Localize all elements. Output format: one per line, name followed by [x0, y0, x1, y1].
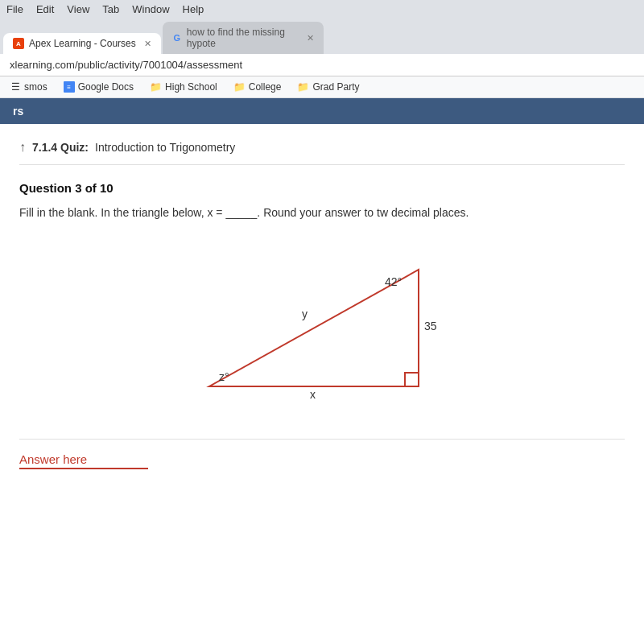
- docs-icon: ≡: [64, 81, 75, 93]
- browser-window: File Edit View Tab Window Help A Apex Le…: [0, 0, 644, 644]
- address-bar[interactable]: xlearning.com/public/activity/7001004/as…: [0, 54, 644, 76]
- bookmark-google-docs[interactable]: ≡ Google Docs: [60, 80, 137, 94]
- bookmark-grad-party[interactable]: 📁 Grad Party: [294, 80, 362, 94]
- apex-header-text: rs: [13, 105, 23, 118]
- menu-window[interactable]: Window: [132, 3, 169, 15]
- quiz-title: Introduction to Trigonometry: [95, 141, 235, 154]
- menu-file[interactable]: File: [6, 3, 23, 15]
- bookmark-smos-label: smos: [24, 81, 47, 93]
- quiz-area: ↑ 7.1.4 Quiz: Introduction to Trigonomet…: [0, 124, 644, 485]
- menu-help[interactable]: Help: [183, 3, 204, 15]
- bookmark-high-school[interactable]: 📁 High School: [147, 80, 221, 94]
- high-school-folder-icon: 📁: [150, 81, 162, 93]
- angle-top-label: 42°: [385, 275, 402, 288]
- college-folder-icon: 📁: [233, 81, 246, 93]
- answer-section: Answer here: [19, 439, 625, 469]
- question-text: Fill in the blank. In the triangle below…: [19, 204, 625, 221]
- address-text: xlearning.com/public/activity/7001004/as…: [10, 59, 242, 71]
- tab-apex[interactable]: A Apex Learning - Courses ✕: [3, 33, 161, 54]
- quiz-title-prefix: 7.1.4 Quiz:: [32, 141, 89, 154]
- bookmark-grad-party-label: Grad Party: [312, 81, 359, 93]
- side-bottom-label: x: [310, 388, 316, 401]
- tab-apex-label: Apex Learning - Courses: [29, 38, 136, 49]
- hypotenuse-label: y: [302, 308, 308, 320]
- angle-bottom-label: z°: [219, 370, 229, 383]
- menu-tab[interactable]: Tab: [102, 3, 119, 15]
- tab-google-label: how to find the missing hypote: [187, 27, 299, 49]
- tab-apex-close[interactable]: ✕: [144, 39, 151, 49]
- bookmark-college-label: College: [249, 81, 282, 93]
- tab-bar: A Apex Learning - Courses ✕ G how to fin…: [0, 19, 644, 54]
- tab-google[interactable]: G how to find the missing hypote ✕: [163, 22, 324, 54]
- bookmarks-bar: ☰ smos ≡ Google Docs 📁 High School 📁 Col…: [0, 76, 644, 98]
- bookmark-high-school-label: High School: [165, 81, 217, 93]
- up-arrow-icon: ↑: [19, 140, 26, 155]
- tab-google-close[interactable]: ✕: [307, 33, 314, 43]
- answer-label[interactable]: Answer here: [19, 452, 148, 469]
- bookmark-college[interactable]: 📁 College: [230, 80, 285, 94]
- side-right-label: 35: [424, 320, 437, 332]
- triangle-svg: 42° 35 z° x y: [185, 237, 459, 415]
- bookmark-google-docs-label: Google Docs: [78, 81, 134, 93]
- apex-header: rs: [0, 98, 644, 124]
- svg-rect-1: [405, 373, 419, 386]
- triangle-diagram: 42° 35 z° x y: [185, 237, 459, 415]
- smos-icon: ☰: [10, 81, 21, 93]
- grad-party-folder-icon: 📁: [297, 81, 309, 93]
- bookmark-smos[interactable]: ☰ smos: [6, 80, 51, 94]
- google-icon: G: [172, 32, 182, 43]
- quiz-title-row: ↑ 7.1.4 Quiz: Introduction to Trigonomet…: [19, 140, 625, 165]
- apex-icon: A: [13, 38, 24, 49]
- menu-edit[interactable]: Edit: [36, 3, 54, 15]
- menu-view[interactable]: View: [67, 3, 89, 15]
- question-number: Question 3 of 10: [19, 181, 625, 195]
- menu-bar: File Edit View Tab Window Help: [0, 0, 644, 19]
- page-content: rs ↑ 7.1.4 Quiz: Introduction to Trigono…: [0, 98, 644, 644]
